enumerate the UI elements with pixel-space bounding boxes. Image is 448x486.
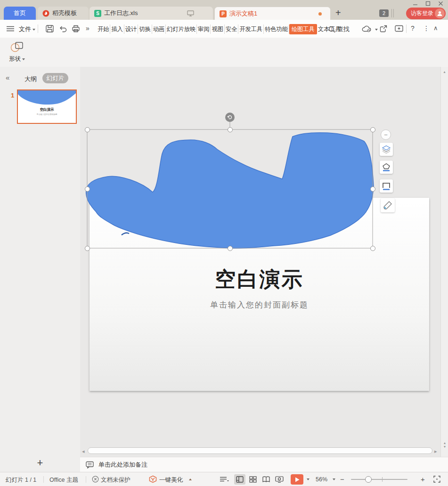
- statusbar: 幻灯片 1 / 1 Office 主题 文档未保护 一键美化 56% − +: [0, 472, 448, 486]
- play-slideshow-button[interactable]: [291, 474, 303, 485]
- collapse-tools-button[interactable]: −: [381, 130, 391, 140]
- monitor-icon[interactable]: [187, 10, 194, 16]
- ribbon: 形状 ▴ ▾ 编辑形状 文本框 合并形状: [0, 38, 448, 67]
- tab-home[interactable]: 首页: [4, 7, 36, 20]
- brush-icon: [383, 201, 392, 210]
- help-icon[interactable]: ?: [411, 24, 415, 32]
- hscroll-left-icon[interactable]: ◂: [82, 448, 85, 454]
- slide-title[interactable]: 空白演示: [90, 266, 429, 293]
- zoom-slider-track[interactable]: [351, 479, 407, 480]
- view-reading-button[interactable]: [261, 474, 272, 485]
- menu-devtools[interactable]: 开发工具: [238, 24, 264, 34]
- tab-slides-active[interactable]: 幻灯片: [42, 73, 68, 83]
- hscroll-right-icon[interactable]: ▸: [434, 448, 437, 454]
- rotation-handle[interactable]: [225, 113, 235, 122]
- ink-scribble: [122, 233, 129, 235]
- tab-docer[interactable]: 稻壳模板: [38, 7, 89, 20]
- tab-xls-document[interactable]: S 工作日志.xls: [90, 7, 213, 20]
- layers-icon: [382, 145, 391, 154]
- protection-label[interactable]: 文档未保护: [101, 476, 130, 484]
- file-menu[interactable]: 文件: [19, 25, 35, 33]
- statusbar-divider: [43, 476, 44, 483]
- new-window-icon[interactable]: [395, 25, 403, 32]
- menu-view[interactable]: 视图: [211, 24, 224, 34]
- zoom-out-button[interactable]: −: [340, 475, 344, 483]
- unsaved-dot-icon: [318, 12, 322, 16]
- fit-to-window-icon[interactable]: [433, 476, 440, 483]
- shape-outline-button[interactable]: [380, 179, 393, 193]
- hamburger-icon[interactable]: [7, 26, 14, 32]
- vscroll-down-icons[interactable]: ▴ ▾: [441, 441, 448, 449]
- cloud-caret-icon[interactable]: [375, 29, 378, 31]
- add-slide-button[interactable]: +: [0, 457, 80, 469]
- handle-bottom-center[interactable]: [228, 246, 233, 251]
- zoom-in-button[interactable]: +: [421, 475, 425, 483]
- handle-bottom-right[interactable]: [370, 246, 375, 251]
- notes-bar[interactable]: 单击此处添加备注: [80, 457, 448, 472]
- zoom-caret-icon[interactable]: [333, 478, 335, 480]
- overflow-icon[interactable]: ⋮: [423, 24, 430, 32]
- tab-count-badge[interactable]: 2: [379, 9, 389, 17]
- editing-canvas[interactable]: 空白演示 单击输入您的封面副标题 − ◂ ▸ ▴ ▴ ▾: [80, 67, 448, 472]
- freeform-shape[interactable]: [80, 67, 391, 265]
- collapse-panel-icon[interactable]: «: [6, 73, 9, 81]
- maximize-icon[interactable]: [425, 1, 431, 6]
- normal-view-icon: [236, 476, 244, 483]
- menubar: 文件 » 开始 插入 设计 切换 动画 幻灯片放映 审阅 视图 安全 开发工具 …: [0, 20, 448, 38]
- share-icon[interactable]: [380, 25, 388, 32]
- handle-top-right[interactable]: [370, 127, 375, 132]
- new-tab-button[interactable]: +: [335, 8, 341, 17]
- menu-slideshow[interactable]: 幻灯片放映: [166, 24, 197, 34]
- play-caret-icon[interactable]: [307, 478, 310, 480]
- zoom-slider-knob[interactable]: [365, 476, 372, 483]
- handle-mid-left[interactable]: [85, 186, 90, 192]
- slide-sorter-icon: [249, 476, 257, 483]
- collapse-ribbon-icon[interactable]: ∧: [433, 24, 438, 32]
- shapes-button[interactable]: 形状: [6, 40, 28, 64]
- save-icon[interactable]: [46, 25, 54, 32]
- layers-button[interactable]: [380, 143, 393, 156]
- more-commands-icon[interactable]: »: [86, 24, 90, 32]
- handle-top-center[interactable]: [228, 127, 233, 132]
- menu-design[interactable]: 设计: [124, 24, 138, 34]
- cloud-sync-icon[interactable]: [362, 25, 373, 32]
- menu-transition[interactable]: 切换: [138, 24, 152, 34]
- vscroll-up-icon[interactable]: ▴: [441, 70, 448, 74]
- menu-security[interactable]: 安全: [225, 24, 238, 34]
- theme-label[interactable]: Office 主题: [49, 476, 78, 484]
- spreadsheet-logo-icon: S: [94, 10, 101, 17]
- view-sorter-button[interactable]: [247, 474, 259, 485]
- menu-special-features[interactable]: 特色功能: [264, 24, 289, 34]
- view-normal-button-active[interactable]: [234, 474, 245, 485]
- handle-top-left[interactable]: [85, 127, 90, 132]
- menu-items: 开始 插入 设计 切换 动画 幻灯片放映 审阅 视图 安全 开发工具 特色功能 …: [97, 24, 342, 34]
- shape-outline-icon: [382, 182, 391, 191]
- notes-display-icon[interactable]: [220, 477, 229, 482]
- menu-review[interactable]: 审阅: [197, 24, 211, 34]
- zoom-value[interactable]: 56%: [316, 476, 327, 483]
- view-slideshow-button[interactable]: [274, 474, 285, 485]
- menu-insert[interactable]: 插入: [110, 24, 124, 34]
- horizontal-scrollbar-thumb[interactable]: [88, 447, 432, 454]
- slide-thumbnail[interactable]: 空白演示 单击输入您的封面副标题: [17, 89, 77, 124]
- vertical-scrollbar[interactable]: ▴ ▴ ▾: [440, 67, 448, 457]
- menu-drawing-tools-active[interactable]: 绘图工具: [289, 24, 317, 34]
- slide-subtitle[interactable]: 单击输入您的封面副标题: [90, 300, 429, 310]
- menu-animation[interactable]: 动画: [152, 24, 166, 34]
- zoom-slider-tick: [382, 477, 383, 482]
- undo-icon[interactable]: [58, 25, 67, 32]
- style-brush-button[interactable]: [381, 198, 395, 212]
- tab-ppt-document-active[interactable]: P 演示文稿1: [214, 7, 331, 20]
- minimize-icon[interactable]: [413, 1, 418, 6]
- find-button[interactable]: 查找: [328, 25, 350, 33]
- close-icon[interactable]: [438, 1, 443, 6]
- beautify-label[interactable]: 一键美化: [159, 476, 183, 484]
- shape-fill-button[interactable]: [380, 161, 393, 174]
- menu-start[interactable]: 开始: [97, 24, 110, 34]
- guest-login-button[interactable]: 访客登录: [406, 8, 446, 19]
- protection-shield-icon: [92, 476, 99, 483]
- tab-outline[interactable]: 大纲: [24, 75, 37, 83]
- handle-bottom-left[interactable]: [85, 246, 90, 251]
- handle-mid-right[interactable]: [370, 186, 375, 192]
- print-icon[interactable]: [72, 25, 80, 32]
